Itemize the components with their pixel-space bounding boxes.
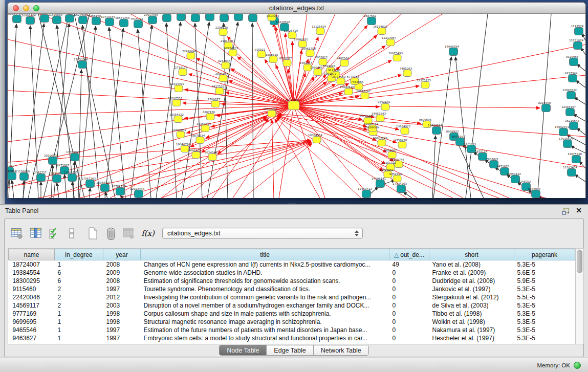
memory-status-indicator[interactable] bbox=[574, 362, 581, 369]
table-cell[interactable]: 0 bbox=[389, 310, 429, 318]
network-edge[interactable] bbox=[403, 192, 412, 198]
network-node[interactable] bbox=[208, 154, 216, 161]
network-node[interactable] bbox=[206, 114, 214, 120]
network-edge[interactable] bbox=[574, 97, 585, 104]
table-cell[interactable]: 1 bbox=[55, 260, 103, 269]
table-cell[interactable]: Nakamura et al. (1997) bbox=[429, 326, 514, 334]
network-node[interactable] bbox=[574, 42, 582, 50]
table-cell[interactable]: 2 bbox=[55, 301, 103, 310]
network-edge[interactable] bbox=[110, 117, 266, 198]
table-cell[interactable]: Yano et al. (2008) bbox=[429, 260, 514, 269]
network-node[interactable] bbox=[570, 58, 578, 66]
network-edge[interactable] bbox=[294, 14, 366, 105]
tab-edge-table[interactable]: Edge Table bbox=[266, 345, 313, 355]
column-header-short[interactable]: short bbox=[429, 249, 514, 260]
network-node[interactable] bbox=[559, 128, 568, 136]
network-edge[interactable] bbox=[57, 183, 59, 198]
table-cell[interactable]: 18300295 bbox=[9, 277, 55, 285]
network-node[interactable] bbox=[532, 190, 540, 198]
table-cell[interactable]: 0 bbox=[389, 318, 429, 326]
column-header-name[interactable]: name bbox=[9, 249, 55, 260]
network-edge[interactable] bbox=[272, 120, 274, 198]
window-titlebar[interactable]: citations_edges.txt bbox=[8, 3, 585, 14]
delete-table-icon[interactable] bbox=[104, 226, 118, 240]
table-cell[interactable]: 2008 bbox=[103, 277, 141, 285]
network-node[interactable] bbox=[105, 18, 114, 26]
table-cell[interactable]: 0 bbox=[389, 334, 429, 342]
network-edge[interactable] bbox=[8, 105, 294, 188]
network-node[interactable] bbox=[219, 75, 227, 82]
network-node[interactable] bbox=[401, 128, 409, 135]
network-node[interactable] bbox=[314, 69, 322, 76]
network-edge[interactable] bbox=[277, 116, 545, 198]
network-node[interactable] bbox=[8, 172, 16, 180]
new-table-icon[interactable] bbox=[85, 226, 100, 240]
table-cell[interactable]: 2 bbox=[55, 285, 103, 293]
table-cell[interactable]: 1 bbox=[55, 334, 103, 342]
network-node[interactable] bbox=[196, 137, 204, 144]
network-node[interactable] bbox=[313, 137, 321, 143]
network-node[interactable] bbox=[344, 89, 353, 95]
network-edge[interactable] bbox=[294, 105, 367, 130]
table-cell[interactable]: 1998 bbox=[103, 318, 141, 326]
table-cell[interactable]: 5.3E-5 bbox=[514, 326, 575, 334]
table-row[interactable]: 1872400712008Changes of HCN gene express… bbox=[9, 260, 575, 269]
column-header-out_de[interactable]: △out_de... bbox=[389, 249, 429, 260]
network-node[interactable] bbox=[101, 184, 110, 192]
network-node[interactable] bbox=[397, 185, 406, 193]
network-node[interactable] bbox=[249, 14, 257, 22]
network-node[interactable] bbox=[572, 156, 581, 163]
network-node[interactable] bbox=[79, 16, 88, 24]
table-cell[interactable]: 0 bbox=[389, 326, 429, 334]
network-node[interactable] bbox=[362, 190, 371, 198]
network-node[interactable] bbox=[53, 16, 61, 24]
network-node[interactable] bbox=[177, 14, 186, 21]
table-cell[interactable]: 1 bbox=[55, 310, 103, 318]
table-column-icon[interactable] bbox=[29, 226, 43, 240]
table-row[interactable]: 1456911722003Disruption of a novel membe… bbox=[9, 301, 575, 310]
network-edge[interactable] bbox=[79, 26, 96, 198]
table-row[interactable]: 2242004622012Investigating the contribut… bbox=[9, 293, 575, 301]
table-row[interactable]: 946362711997Embryonic stem cells: a mode… bbox=[9, 334, 575, 342]
network-edge[interactable] bbox=[18, 141, 311, 185]
network-edge[interactable] bbox=[12, 180, 14, 198]
network-node[interactable] bbox=[306, 50, 314, 57]
network-node[interactable] bbox=[575, 28, 583, 35]
table-cell[interactable]: 1998 bbox=[103, 310, 141, 318]
table-cell[interactable]: 49 bbox=[389, 260, 429, 269]
network-node[interactable] bbox=[567, 92, 576, 99]
close-window-button[interactable] bbox=[13, 5, 19, 11]
network-edge[interactable] bbox=[294, 105, 325, 198]
table-cell[interactable]: 0 bbox=[389, 301, 429, 310]
network-node[interactable] bbox=[381, 104, 389, 111]
network-edge[interactable] bbox=[231, 69, 294, 105]
network-node[interactable] bbox=[49, 157, 57, 165]
table-cell[interactable]: 19384554 bbox=[9, 269, 55, 277]
network-node[interactable] bbox=[337, 78, 345, 85]
network-edge[interactable] bbox=[82, 25, 100, 198]
network-edge[interactable] bbox=[109, 27, 125, 198]
network-node[interactable] bbox=[361, 93, 369, 99]
table-cell[interactable]: 6 bbox=[55, 269, 103, 277]
network-node[interactable] bbox=[568, 169, 576, 177]
table-cell[interactable]: 9115460 bbox=[9, 285, 55, 293]
network-edge[interactable] bbox=[229, 80, 294, 105]
network-node[interactable] bbox=[135, 190, 143, 198]
table-cell[interactable]: 5.3E-5 bbox=[514, 285, 575, 293]
table-cell[interactable]: Dudbridge et al. (2008) bbox=[429, 277, 514, 285]
tab-network-table[interactable]: Network Table bbox=[313, 345, 368, 355]
vertical-scrollbar[interactable] bbox=[575, 248, 584, 344]
table-cell[interactable]: Structural magnetic resonance image aver… bbox=[141, 318, 389, 326]
network-node[interactable] bbox=[181, 146, 189, 152]
table-cell[interactable]: Wolkin et al. (1998) bbox=[429, 318, 514, 326]
network-edge[interactable] bbox=[577, 128, 585, 135]
table-cell[interactable]: Genome-wide association studies in ADHD. bbox=[141, 269, 389, 277]
table-cell[interactable]: Estimation of significance thresholds fo… bbox=[141, 277, 389, 285]
table-cell[interactable]: 0 bbox=[389, 269, 429, 277]
table-cell[interactable]: 0 bbox=[389, 285, 429, 293]
float-panel-icon[interactable] bbox=[561, 207, 570, 215]
network-node[interactable] bbox=[378, 140, 386, 146]
network-node[interactable] bbox=[316, 28, 324, 35]
network-node[interactable] bbox=[542, 104, 551, 112]
network-graph[interactable]: 1872400718300295193845542105572420891406… bbox=[8, 14, 585, 198]
